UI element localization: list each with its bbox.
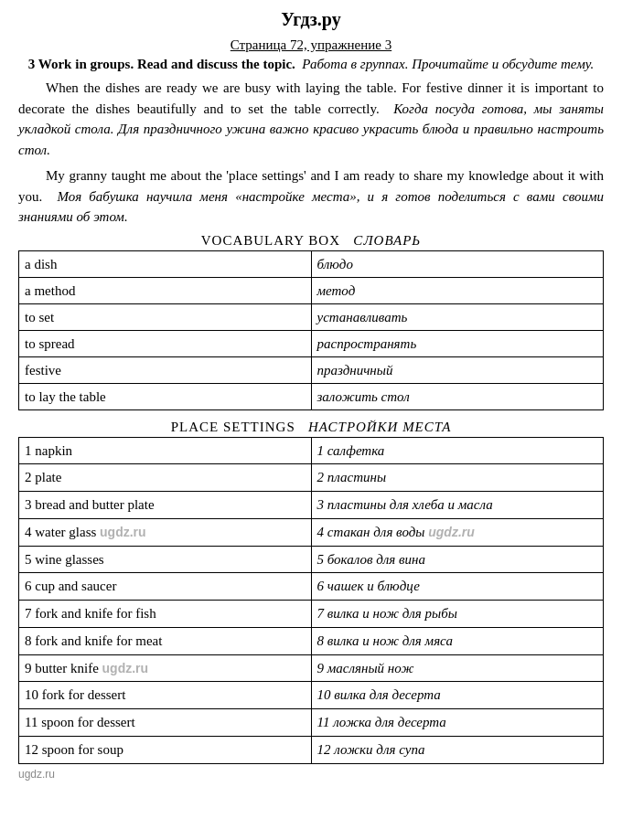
place-row: 11 spoon for dessert11 ложка для десерта: [19, 709, 604, 737]
footer-watermark: ugdz.ru: [18, 768, 604, 781]
exercise-label-italic: Работа в группах. Прочитайте и обсудите …: [299, 57, 595, 71]
place-ru: 7 вилка и нож для рыбы: [311, 601, 604, 628]
place-title-ru: НАСТРОЙКИ МЕСТА: [308, 420, 451, 434]
place-en: 3 bread and butter plate: [19, 492, 312, 519]
place-en: 6 cup and saucer: [19, 573, 312, 601]
place-ru: 8 вилка и нож для мяса: [311, 627, 604, 654]
place-ru: 10 вилка для десерта: [311, 682, 604, 709]
place-en: 9 butter knife ugdz.ru: [19, 654, 312, 682]
place-en: 10 fork for dessert: [19, 682, 312, 709]
place-ru: 12 ложки для супа: [311, 736, 604, 763]
vocab-ru: заложить стол: [311, 383, 604, 409]
vocab-ru: блюдо: [311, 250, 604, 277]
place-en: 12 spoon for soup: [19, 736, 312, 763]
place-row: 2 plate2 пластины: [19, 464, 604, 492]
place-ru: 11 ложка для десерта: [311, 709, 604, 737]
place-en: 5 wine glasses: [19, 546, 312, 573]
place-en: 1 napkin: [19, 437, 312, 464]
place-ru: 9 масляный нож: [311, 654, 604, 682]
place-ru: 6 чашек и блюдце: [311, 573, 604, 601]
place-ru: 3 пластины для хлеба и масла: [311, 492, 604, 519]
place-row: 4 water glass ugdz.ru4 стакан для воды u…: [19, 518, 604, 546]
vocab-ru: праздничный: [311, 356, 604, 383]
place-row: 3 bread and butter plate3 пластины для х…: [19, 492, 604, 519]
place-row: 5 wine glasses5 бокалов для вина: [19, 546, 604, 573]
place-row: 1 napkin1 салфетка: [19, 437, 604, 464]
vocab-en: festive: [19, 356, 312, 383]
vocabulary-table: a dishблюдоa methodметодto setустанавлив…: [18, 250, 604, 410]
place-en: 7 fork and knife for fish: [19, 601, 312, 628]
vocab-ru: метод: [311, 277, 604, 303]
place-row: 9 butter knife ugdz.ru9 масляный нож: [19, 654, 604, 682]
vocab-box-title: VOCABULARY BOX СЛОВАРЬ: [18, 233, 604, 249]
place-en: 2 plate: [19, 464, 312, 492]
place-ru: 2 пластины: [311, 464, 604, 492]
paragraph-2-ru: Моя бабушка научила меня «настройке мест…: [18, 189, 604, 225]
vocab-en: to set: [19, 303, 312, 330]
place-en: 11 spoon for dessert: [19, 709, 312, 737]
vocab-en: a dish: [19, 250, 312, 277]
exercise-label-bold: 3 Work in groups. Read and discuss the t…: [28, 57, 295, 71]
place-row: 8 fork and knife for meat8 вилка и нож д…: [19, 627, 604, 654]
vocab-row: a methodметод: [19, 277, 604, 303]
paragraph-2: My granny taught me about the 'place set…: [18, 165, 604, 228]
vocab-row: to setустанавливать: [19, 303, 604, 330]
place-settings-table: 1 napkin1 салфетка2 plate2 пластины3 bre…: [18, 437, 604, 764]
vocab-en: a method: [19, 277, 312, 303]
vocab-row: to lay the tableзаложить стол: [19, 383, 604, 409]
page-reference: Страница 72, упражнение 3: [18, 37, 604, 53]
place-en: 8 fork and knife for meat: [19, 627, 312, 654]
place-settings-title: PLACE SETTINGS НАСТРОЙКИ МЕСТА: [18, 420, 604, 435]
vocab-row: to spreadраспространять: [19, 330, 604, 356]
vocab-en: to lay the table: [19, 383, 312, 409]
vocab-ru: устанавливать: [311, 303, 604, 330]
place-ru: 1 салфетка: [311, 437, 604, 464]
place-ru: 4 стакан для воды ugdz.ru: [311, 518, 604, 546]
place-en: 4 water glass ugdz.ru: [19, 518, 312, 546]
site-title: Угдз.ру: [18, 9, 604, 30]
place-title-en: PLACE SETTINGS: [171, 420, 295, 434]
place-row: 6 cup and saucer6 чашек и блюдце: [19, 573, 604, 601]
place-row: 7 fork and knife for fish7 вилка и нож д…: [19, 601, 604, 628]
vocab-en: to spread: [19, 330, 312, 356]
paragraph-1: When the dishes are ready we are busy wi…: [18, 78, 604, 160]
vocab-row: a dishблюдо: [19, 250, 604, 277]
vocab-title-ru: СЛОВАРЬ: [353, 233, 421, 248]
exercise-title: 3 Work in groups. Read and discuss the t…: [18, 57, 604, 72]
vocab-title-en: VOCABULARY BOX: [201, 233, 340, 248]
place-row: 10 fork for dessert10 вилка для десерта: [19, 682, 604, 709]
place-ru: 5 бокалов для вина: [311, 546, 604, 573]
place-row: 12 spoon for soup12 ложки для супа: [19, 736, 604, 763]
vocab-ru: распространять: [311, 330, 604, 356]
vocab-row: festiveпраздничный: [19, 356, 604, 383]
